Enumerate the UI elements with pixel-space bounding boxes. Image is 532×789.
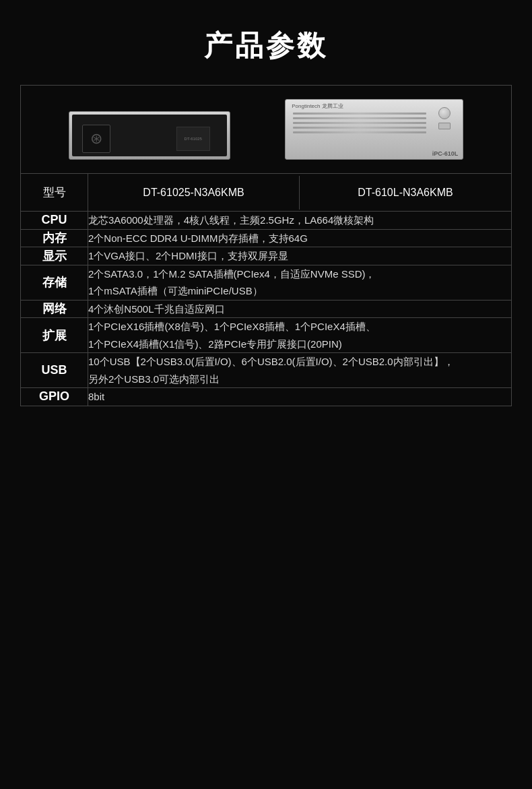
spec-row-network: 网络 4个沐创N500L千兆自适应网口 [21,300,512,318]
spec-value-cpu: 龙芯3A6000处理器，4核八线程，主频2.5GHz，LA664微核架构 [88,212,512,230]
vent-3 [293,122,426,124]
model-right: DT-610L-N3A6KMB [300,176,511,210]
spec-row-usb: USB 10个USB【2个USB3.0(后置I/O)、6个USB2.0(后置I/… [21,353,512,388]
specs-table-wrapper: DT-61025 [0,85,532,406]
spec-value-usb: 10个USB【2个USB3.0(后置I/O)、6个USB2.0(后置I/O)、2… [88,353,512,388]
spec-label-cpu: CPU [21,212,88,230]
img-4u-label: iPC-610L [432,150,459,157]
model-row: 型号 DT-61025-N3A6KMB DT-610L-N3A6KMB [21,174,512,212]
spec-value-gpio: 8bit [88,388,512,406]
spec-label-usb: USB [21,353,88,388]
spec-value-memory: 2个Non-ECC DDR4 U-DIMM内存插槽，支持64G [88,229,512,247]
spec-value-storage: 2个SATA3.0，1个M.2 SATA插槽(PCIex4，自适应NVMe SS… [88,265,512,300]
vent-2 [293,117,426,119]
spec-value-display: 1个VGA接口、2个HDMI接口，支持双屏异显 [88,247,512,265]
vent-4 [293,127,426,129]
spec-row-memory: 内存 2个Non-ECC DDR4 U-DIMM内存插槽，支持64G [21,229,512,247]
product-image-right: Pongtintech 龙腾工业 iPC-610L [285,99,463,160]
spec-row-gpio: GPIO 8bit [21,388,512,406]
spec-row-cpu: CPU 龙芯3A6000处理器，4核八线程，主频2.5GHz，LA664微核架构 [21,212,512,230]
spec-label-network: 网络 [21,300,88,318]
img-4u-btn [438,123,451,129]
images-cell: DT-61025 [21,86,512,174]
spec-row-display: 显示 1个VGA接口、2个HDMI接口，支持双屏异显 [21,247,512,265]
page-title: 产品参数 [13,27,519,65]
img-4u-brand: Pongtintech 龙腾工业 [292,102,343,110]
spec-label-display: 显示 [21,247,88,265]
page-container: 产品参数 DT-61025 [0,0,532,427]
model-label-cell: 型号 [21,174,88,212]
product-image-left: DT-61025 [69,111,230,160]
specs-table: DT-61025 [20,85,512,406]
model-values-cell: DT-61025-N3A6KMB DT-610L-N3A6KMB [88,174,512,212]
spec-row-storage: 存储 2个SATA3.0，1个M.2 SATA插槽(PCIex4，自适应NVMe… [21,265,512,300]
spec-label-storage: 存储 [21,265,88,300]
vent-1 [293,113,426,115]
spec-label-memory: 内存 [21,229,88,247]
title-section: 产品参数 [0,0,532,85]
images-container: DT-61025 [21,86,511,173]
model-left: DT-61025-N3A6KMB [88,176,300,210]
spec-value-network: 4个沐创N500L千兆自适应网口 [88,300,512,318]
img-4u-knob [438,107,451,119]
spec-row-expansion: 扩展 1个PCIeX16插槽(X8信号)、1个PCIeX8插槽、1个PCIeX4… [21,318,512,353]
spec-value-expansion: 1个PCIeX16插槽(X8信号)、1个PCIeX8插槽、1个PCIeX4插槽、… [88,318,512,353]
img-2u-fan [82,125,110,153]
img-2u-face: DT-61025 [72,115,227,156]
img-2u-badge: DT-61025 [176,127,210,151]
img-4u-vents [293,113,426,148]
img-4u-controls [431,107,458,129]
image-row: DT-61025 [21,86,512,174]
spec-label-gpio: GPIO [21,388,88,406]
spec-label-expansion: 扩展 [21,318,88,353]
vent-5 [293,131,426,133]
